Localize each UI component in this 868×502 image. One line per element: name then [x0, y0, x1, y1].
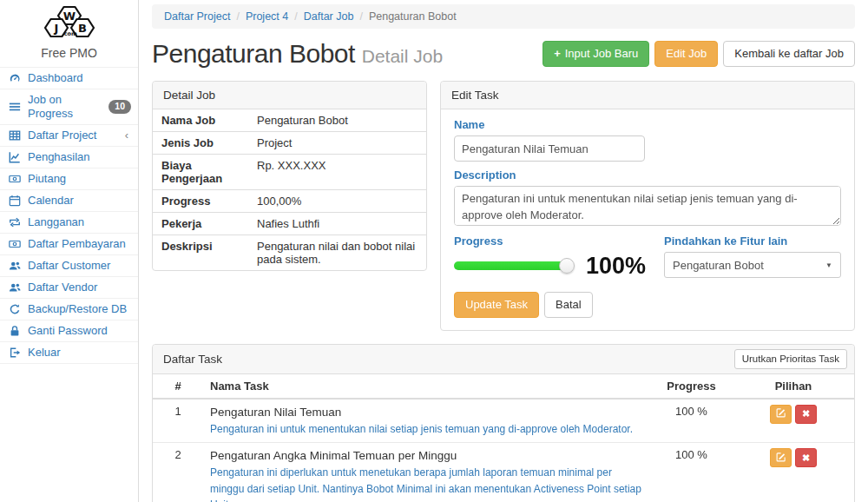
sidebar-item-dashboard[interactable]: Dashboard: [0, 67, 138, 89]
sidebar: W J B .com Free PMO DashboardJob on Prog…: [0, 0, 139, 502]
table-icon: [9, 129, 22, 142]
column-header-: #: [153, 374, 203, 399]
urutkan-prioritas-task-top-button[interactable]: Urutkan Prioritas Task: [734, 349, 847, 368]
svg-text:J: J: [53, 22, 58, 35]
input-job-baru-button[interactable]: + Input Job Baru: [542, 41, 649, 67]
repeat-icon: [9, 216, 22, 228]
header-actions: + Input Job Baru Edit Job Kembali ke daf…: [542, 41, 855, 67]
kembali-ke-daftar-job-button[interactable]: Kembali ke daftar Job: [723, 41, 855, 67]
edit-task-buttons: Update Task Batal: [454, 292, 841, 318]
detail-job-panel: Detail Job Nama JobPengaturan BobotJenis…: [152, 81, 427, 271]
sidebar-menu: DashboardJob on Progress10Daftar Project…: [0, 67, 138, 364]
sidebar-item-daftar-pembayaran[interactable]: Daftar Pembayaran: [0, 233, 138, 254]
svg-text:W: W: [62, 10, 75, 23]
sidebar-item-backup-restore-db[interactable]: Backup/Restore DB: [0, 298, 138, 320]
progress-column: Progress 100%: [454, 228, 664, 278]
sidebar-item-keluar[interactable]: Keluar: [0, 341, 138, 364]
breadcrumb-daftar-project[interactable]: Daftar Project: [164, 10, 230, 23]
edit-task-button[interactable]: [770, 405, 792, 424]
sidebar-item-label: Job on Progress: [28, 93, 102, 121]
delete-task-button[interactable]: ✖: [795, 448, 817, 467]
page-header: Pengaturan Bobot Detail Job + Input Job …: [152, 39, 855, 69]
progress-slider[interactable]: [454, 261, 567, 270]
sidebar-item-label: Keluar: [28, 346, 61, 360]
task-row: 1Pengaturan Nilai TemuanPengaturan ini u…: [153, 399, 854, 443]
detail-label: Deskripsi: [153, 235, 248, 271]
progress-label: Progress: [454, 234, 664, 248]
detail-row-progress: Progress100,00%: [153, 190, 426, 213]
detail-value: Project: [248, 132, 426, 155]
sidebar-item-ganti-password[interactable]: Ganti Password: [0, 320, 138, 341]
pencil-square-icon: [776, 407, 786, 420]
task-row: 2Pengaturan Angka Minimal Temuan per Min…: [153, 443, 854, 502]
task-description-input[interactable]: Pengaturan ini untuk menentukan nilai se…: [454, 186, 841, 226]
detail-label: Pekerja: [153, 213, 248, 235]
task-name: Pengaturan Angka Minimal Temuan per Ming…: [210, 449, 643, 462]
edit-task-heading: Edit Task: [441, 82, 854, 109]
task-progress: 100 %: [650, 443, 733, 502]
task-progress: 100 %: [650, 399, 733, 443]
breadcrumb-daftar-job[interactable]: Daftar Job: [304, 10, 354, 23]
page-subtitle: Detail Job: [362, 46, 443, 66]
slider-row: 100%: [454, 254, 664, 277]
column-header-progress: Progress: [650, 374, 733, 399]
users-icon: [9, 260, 22, 272]
column-header-pilihan: Pilihan: [733, 374, 854, 399]
caret-down-icon: ▼: [825, 261, 832, 269]
detail-label: Nama Job: [153, 109, 248, 132]
sidebar-item-label: Penghasilan: [28, 150, 90, 164]
svg-text:.com: .com: [62, 30, 77, 37]
move-feature-label: Pindahkan ke Fitur lain: [664, 234, 841, 248]
main-content: Daftar Project/Project 4/Daftar Job/Peng…: [139, 0, 868, 502]
sidebar-item-job-on-progress[interactable]: Job on Progress10: [0, 89, 138, 124]
detail-value: 100,00%: [248, 190, 426, 213]
move-feature-select[interactable]: Pengaturan Bobot ▼: [664, 252, 841, 278]
sidebar-item-daftar-project[interactable]: Daftar Project‹: [0, 124, 138, 146]
sidebar-item-daftar-customer[interactable]: Daftar Customer: [0, 254, 138, 276]
sidebar-item-daftar-vendor[interactable]: Daftar Vendor: [0, 276, 138, 298]
progress-slider-handle[interactable]: [559, 258, 575, 274]
sidebar-item-penghasilan[interactable]: Penghasilan: [0, 146, 138, 168]
sidebar-item-piutang[interactable]: Piutang: [0, 168, 138, 189]
daftar-task-heading-bar: Daftar Task Urutkan Prioritas Task: [153, 345, 854, 373]
sidebar-item-label: Daftar Project: [28, 129, 96, 142]
progress-value: 100%: [586, 253, 646, 280]
task-name-input[interactable]: [454, 135, 645, 162]
sign-out-icon: [9, 347, 22, 359]
detail-row-nama-job: Nama JobPengaturan Bobot: [153, 109, 426, 132]
edit-job-button[interactable]: Edit Job: [654, 41, 718, 67]
batal-button[interactable]: Batal: [544, 292, 593, 318]
sidebar-item-langganan[interactable]: Langganan: [0, 211, 138, 233]
edit-task-body: Name Description Pengaturan ini untuk me…: [441, 109, 854, 330]
detail-value: Nafies Luthfi: [248, 213, 426, 235]
column-header-nama-task: Nama Task: [203, 374, 650, 399]
daftar-task-table: #Nama TaskProgressPilihan 1Pengaturan Ni…: [153, 374, 854, 502]
calendar-icon: [9, 195, 22, 207]
dashboard-icon: [9, 72, 22, 84]
chevron-left-icon: ‹: [125, 129, 131, 142]
breadcrumb-separator: /: [359, 10, 362, 23]
task-name: Pengaturan Nilai Temuan: [210, 406, 643, 419]
page-title: Pengaturan Bobot: [152, 39, 355, 68]
sidebar-item-label: Calendar: [28, 194, 74, 208]
task-actions: ✖: [733, 443, 854, 502]
edit-task-button[interactable]: [770, 448, 792, 467]
count-badge: 10: [108, 100, 131, 114]
refresh-icon: [9, 303, 22, 315]
input-job-baru-label: Input Job Baru: [565, 47, 639, 61]
task-number: 1: [153, 399, 203, 443]
pencil-square-icon: [776, 452, 786, 465]
breadcrumb-pengaturan-bobot: Pengaturan Bobot: [369, 10, 457, 23]
users-icon: [9, 281, 22, 294]
sidebar-item-label: Backup/Restore DB: [28, 302, 127, 316]
delete-task-button[interactable]: ✖: [795, 405, 817, 424]
breadcrumb-project-4[interactable]: Project 4: [246, 10, 288, 23]
sidebar-item-calendar[interactable]: Calendar: [0, 189, 138, 211]
task-description: Pengaturan ini diperlukan untuk menetuka…: [210, 465, 643, 502]
detail-job-table: Nama JobPengaturan BobotJenis JobProject…: [153, 109, 426, 270]
update-task-button[interactable]: Update Task: [454, 292, 539, 318]
detail-label: Progress: [153, 190, 248, 213]
detail-value: Pengaturan nilai dan bobot nilai pada si…: [248, 235, 426, 271]
money-icon: [9, 173, 22, 185]
plus-icon: +: [554, 47, 561, 61]
